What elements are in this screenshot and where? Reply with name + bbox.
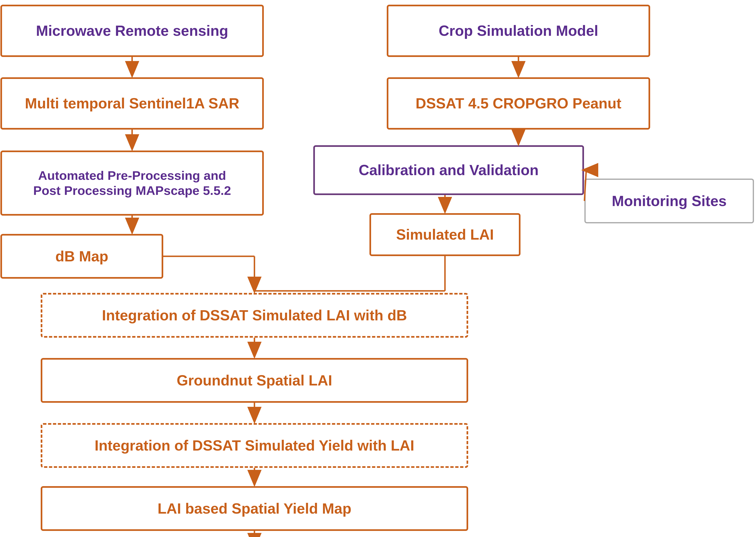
crop-sim-label: Crop Simulation Model: [439, 22, 598, 39]
monitoring-box: Monitoring Sites: [584, 179, 754, 223]
gnd-spatial-box: Groundnut Spatial LAI: [41, 358, 468, 403]
sim-lai-label: Simulated LAI: [396, 226, 494, 243]
preprocess-label: Automated Pre-Processing andPost Process…: [33, 168, 231, 198]
lai-yield-label: LAI based Spatial Yield Map: [157, 500, 351, 517]
sim-lai-box: Simulated LAI: [370, 213, 520, 256]
cal-val-label: Calibration and Validation: [359, 161, 539, 179]
dssat-box: DSSAT 4.5 CROPGRO Peanut: [387, 77, 650, 130]
microwave-box: Microwave Remote sensing: [0, 5, 264, 57]
diagram: Microwave Remote sensing Crop Simulation…: [0, 0, 756, 537]
integration1-label: Integration of DSSAT Simulated LAI with …: [102, 307, 407, 324]
db-map-box: dB Map: [0, 234, 163, 279]
sentinel-box: Multi temporal Sentinel1A SAR: [0, 77, 264, 130]
dssat-label: DSSAT 4.5 CROPGRO Peanut: [416, 95, 621, 112]
lai-yield-box: LAI based Spatial Yield Map: [41, 486, 468, 531]
integration2-box: Integration of DSSAT Simulated Yield wit…: [41, 423, 468, 468]
microwave-label: Microwave Remote sensing: [36, 22, 228, 39]
integration1-box: Integration of DSSAT Simulated LAI with …: [41, 293, 468, 338]
crop-sim-box: Crop Simulation Model: [387, 5, 650, 57]
cal-val-box: Calibration and Validation: [313, 145, 584, 195]
gnd-spatial-label: Groundnut Spatial LAI: [177, 372, 332, 389]
sentinel-label: Multi temporal Sentinel1A SAR: [25, 95, 239, 112]
monitoring-label: Monitoring Sites: [612, 193, 727, 209]
preprocess-box: Automated Pre-Processing andPost Process…: [0, 150, 264, 216]
db-map-label: dB Map: [55, 248, 108, 265]
integration2-label: Integration of DSSAT Simulated Yield wit…: [95, 437, 415, 454]
